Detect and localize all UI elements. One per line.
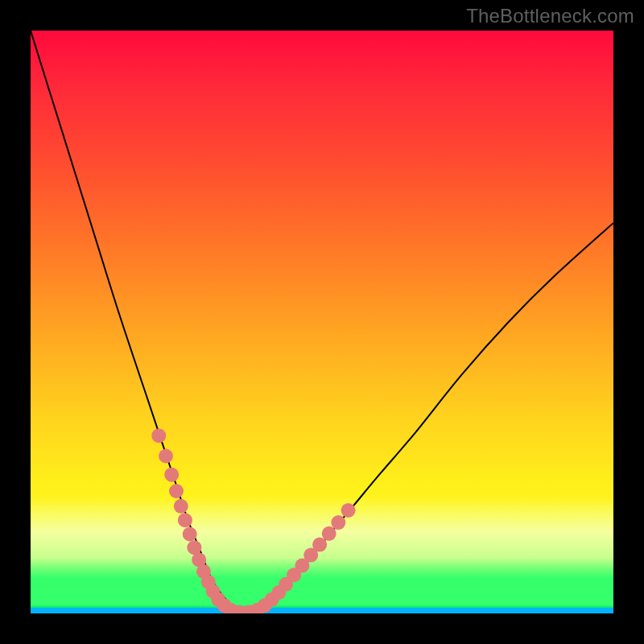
chart-frame: TheBottleneck.com: [0, 0, 644, 644]
watermark-text: TheBottleneck.com: [466, 5, 634, 27]
plot-area: [31, 31, 613, 613]
